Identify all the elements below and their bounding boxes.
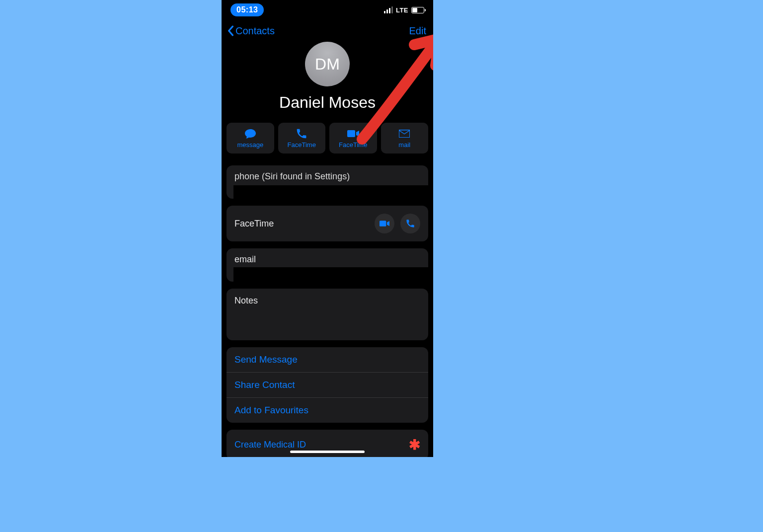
phone-field-label: phone (Siri found in Settings) [227, 165, 428, 182]
nav-bar: Contacts Edit [222, 20, 433, 42]
status-bar: 05:13 LTE [222, 0, 433, 20]
chevron-left-icon [227, 25, 234, 36]
phone-icon [296, 128, 307, 139]
send-message-link[interactable]: Send Message [227, 347, 428, 373]
facetime-audio-label: FaceTime [288, 141, 316, 149]
facetime-audio-round-button[interactable] [400, 214, 420, 233]
phone-frame: 05:13 LTE Contacts Edit DM Daniel Moses … [222, 0, 433, 457]
create-medical-id-label: Create Medical ID [234, 440, 306, 450]
contact-scroll[interactable]: phone (Siri found in Settings) FaceTime … [222, 165, 433, 457]
message-label: message [237, 141, 263, 149]
facetime-video-label: FaceTime [339, 141, 367, 149]
video-icon [347, 128, 359, 139]
mail-button[interactable]: mail [381, 123, 429, 153]
mail-icon [398, 128, 410, 139]
redacted-email [233, 267, 428, 287]
contact-header: DM Daniel Moses [222, 42, 433, 118]
email-card[interactable]: email [227, 248, 428, 282]
signal-icon [384, 6, 393, 13]
phone-card[interactable]: phone (Siri found in Settings) [227, 165, 428, 199]
status-right: LTE [384, 6, 424, 14]
action-links-card: Send Message Share Contact Add to Favour… [227, 347, 428, 423]
medical-star-icon: ✱ [409, 437, 420, 453]
email-field-label: email [227, 248, 428, 265]
notes-card[interactable]: Notes [227, 289, 428, 340]
edit-button[interactable]: Edit [409, 25, 428, 37]
home-indicator[interactable] [290, 451, 365, 453]
contact-name: Daniel Moses [279, 93, 376, 112]
video-icon [380, 219, 389, 228]
facetime-card: FaceTime [227, 206, 428, 241]
quick-actions: message FaceTime FaceTime mail [222, 118, 433, 158]
facetime-audio-button[interactable]: FaceTime [278, 123, 326, 153]
facetime-video-round-button[interactable] [375, 214, 394, 233]
mail-label: mail [398, 141, 410, 149]
carrier-label: LTE [396, 6, 408, 14]
facetime-label: FaceTime [234, 219, 274, 229]
redacted-phone [233, 185, 428, 205]
facetime-video-button[interactable]: FaceTime [329, 123, 377, 153]
phone-icon [405, 219, 415, 228]
notes-label: Notes [227, 289, 428, 313]
avatar[interactable]: DM [305, 42, 350, 86]
time-pill[interactable]: 05:13 [230, 3, 264, 16]
share-contact-link[interactable]: Share Contact [227, 373, 428, 398]
add-to-favourites-link[interactable]: Add to Favourites [227, 398, 428, 423]
message-icon [244, 128, 256, 139]
battery-icon [411, 7, 424, 13]
back-button[interactable]: Contacts [227, 25, 275, 37]
back-label: Contacts [235, 25, 275, 37]
message-button[interactable]: message [227, 123, 274, 153]
